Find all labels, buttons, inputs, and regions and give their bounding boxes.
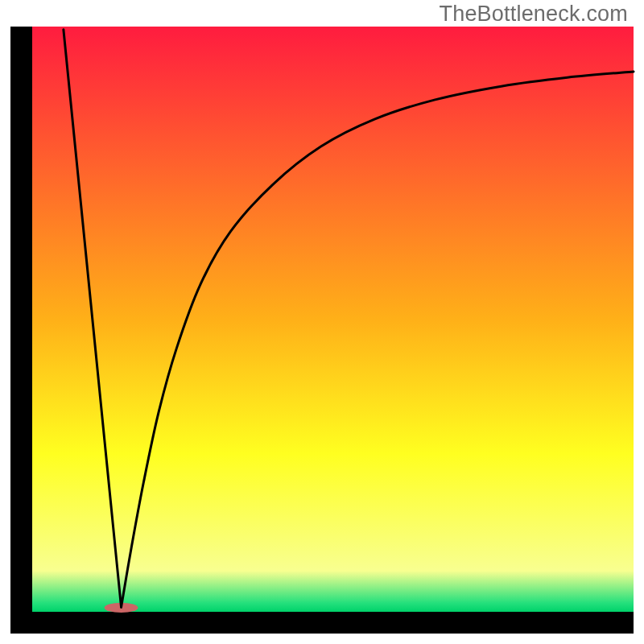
bottleneck-chart: TheBottleneck.com [0, 0, 644, 644]
chart-svg [0, 0, 644, 644]
x-axis [10, 612, 634, 634]
gradient-background [32, 27, 634, 612]
watermark-label: TheBottleneck.com [439, 2, 628, 27]
y-axis [10, 27, 32, 634]
